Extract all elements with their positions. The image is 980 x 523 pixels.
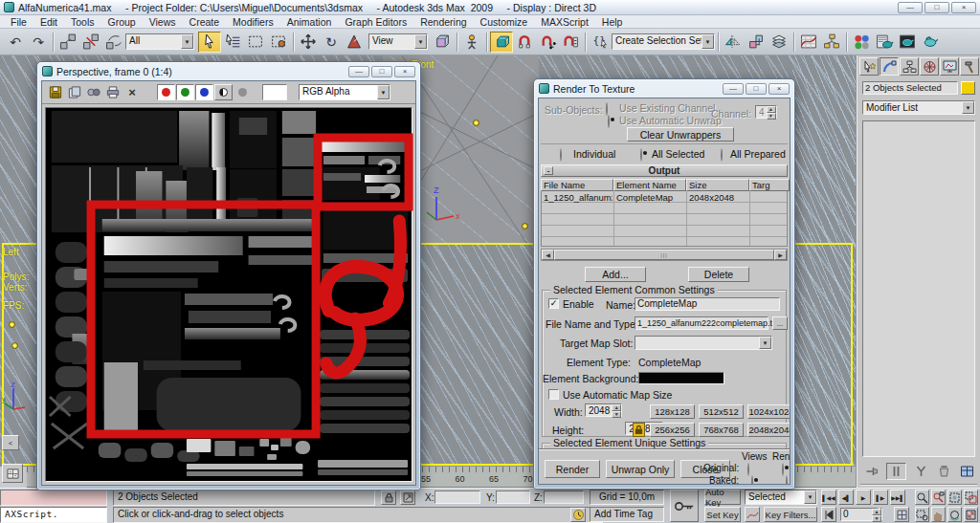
set-key-button[interactable]: Set Key	[704, 507, 741, 522]
alpha-channel-button[interactable]	[234, 84, 252, 100]
omni-light-icon[interactable]	[9, 321, 15, 328]
viewport-label[interactable]: Left	[3, 247, 19, 257]
macro-recorder-pane[interactable]	[0, 490, 107, 506]
minimize-button[interactable]: —	[348, 66, 369, 77]
maximize-button[interactable]: □	[746, 83, 767, 95]
output-column-file-name[interactable]: File Name	[541, 179, 613, 191]
size-preset-2048x2048[interactable]: 2048x2048	[747, 423, 791, 437]
curve-editor-icon[interactable]	[797, 32, 820, 53]
min-max-toggle-icon[interactable]	[964, 507, 978, 522]
output-column-targ[interactable]: Targ	[749, 179, 790, 191]
menu-animation[interactable]: Animation	[280, 16, 339, 28]
previous-frame-button[interactable]: ◀▌	[838, 490, 854, 505]
chevron-down-icon[interactable]: ▼	[181, 34, 193, 49]
output-row-cell[interactable]: 2048x2048	[689, 192, 748, 203]
original-views-radio[interactable]	[747, 463, 749, 476]
spinner-snap-icon[interactable]	[559, 32, 582, 53]
remove-modifier-icon[interactable]	[934, 463, 954, 480]
green-channel-button[interactable]	[176, 84, 194, 100]
select-and-link-icon[interactable]	[56, 32, 79, 53]
lock-aspect-icon[interactable]	[633, 423, 645, 437]
edit-named-selection-sets-icon[interactable]: {}	[589, 32, 612, 53]
output-row-cell[interactable]: CompleteMap	[616, 192, 685, 203]
zoom-extents-icon[interactable]	[947, 490, 962, 505]
snaps-toggle-icon[interactable]	[490, 32, 513, 53]
output-column-size[interactable]: Size	[686, 179, 749, 191]
go-to-start-button[interactable]: ▌◀◀	[821, 490, 836, 505]
unlink-selection-icon[interactable]	[79, 32, 102, 53]
use-automatic-map-size-checkbox[interactable]	[548, 389, 559, 400]
tab-modify[interactable]	[880, 57, 899, 76]
redo-icon[interactable]: ↷	[27, 32, 50, 53]
save-bitmap-icon[interactable]	[46, 83, 65, 102]
monochrome-button[interactable]	[214, 84, 233, 100]
channel-display-icon[interactable]	[84, 83, 103, 102]
default-in-out-tangent-icon[interactable]	[745, 507, 760, 522]
menu-graph-editors[interactable]: Graph Editors	[338, 16, 413, 28]
zoom-extents-all-icon[interactable]	[964, 490, 978, 505]
mini-track-icon[interactable]	[2, 464, 23, 483]
reference-coordinate-combo[interactable]: View▼	[368, 33, 428, 50]
mirror-icon[interactable]	[722, 32, 745, 53]
select-and-manipulate-icon[interactable]	[460, 32, 483, 53]
scroll-right-icon[interactable]: ▶	[774, 250, 787, 260]
selection-lock-icon[interactable]	[381, 490, 396, 505]
object-color-swatch[interactable]	[961, 81, 975, 95]
add-time-tag[interactable]: Add Time Tag	[590, 507, 664, 522]
collapse-icon[interactable]: -	[544, 166, 553, 175]
select-object-icon[interactable]	[198, 32, 221, 53]
menu-help[interactable]: Help	[595, 16, 630, 28]
selection-set-combo[interactable]: Selected▼	[745, 490, 817, 505]
render-window-titlebar[interactable]: Perspective, frame 0 (1:4) — □ ×	[37, 62, 420, 80]
use-automatic-unwrap-radio[interactable]	[608, 115, 610, 128]
channel-mode-combo[interactable]: RGB Alpha▼	[299, 84, 390, 100]
show-end-result-icon[interactable]	[886, 463, 906, 480]
menu-group[interactable]: Group	[101, 16, 143, 28]
name-input[interactable]: CompleteMap	[635, 297, 780, 311]
menu-maxscript[interactable]: MAXScript	[534, 16, 595, 28]
delete-button[interactable]: Delete	[688, 267, 749, 282]
selection-filter-combo[interactable]: All▼	[125, 33, 194, 50]
element-background-swatch[interactable]	[638, 372, 724, 384]
minimize-button[interactable]: —	[723, 83, 744, 95]
channel-spinner[interactable]: 4▲▼	[755, 105, 777, 119]
menu-modifiers[interactable]: Modifiers	[226, 16, 280, 28]
omni-light-icon[interactable]	[473, 120, 479, 126]
layer-manager-icon[interactable]	[768, 32, 791, 53]
zoom-icon[interactable]	[915, 490, 929, 505]
use-pivot-center-icon[interactable]	[431, 32, 454, 53]
all-prepared-radio[interactable]	[721, 148, 723, 162]
output-table-scrollbar[interactable]: ◀ ||| ▶	[541, 249, 788, 261]
tab-hierarchy[interactable]	[900, 57, 919, 76]
scrollbar-thumb[interactable]: |||	[554, 250, 774, 260]
menu-rendering[interactable]: Rendering	[413, 16, 473, 28]
red-channel-button[interactable]	[157, 84, 175, 100]
key-filters-button[interactable]: Key Filters...	[764, 507, 817, 522]
zoom-region-icon[interactable]	[915, 507, 929, 522]
individual-radio[interactable]	[560, 148, 562, 162]
play-button[interactable]: ▶	[856, 490, 871, 505]
quick-render-icon[interactable]	[919, 32, 942, 53]
go-to-end-button[interactable]: ▶▶▌	[890, 490, 905, 505]
maximize-button[interactable]: □	[371, 66, 392, 77]
size-preset-256x256[interactable]: 256x256	[650, 423, 695, 437]
selection-name-field[interactable]: 2 Objects Selected	[862, 81, 958, 95]
bind-to-spacewarp-icon[interactable]	[102, 32, 125, 53]
chevron-down-icon[interactable]: ▼	[962, 101, 974, 114]
menu-customize[interactable]: Customize	[474, 16, 535, 28]
minimize-button[interactable]: —	[898, 2, 923, 13]
omni-light-icon[interactable]	[522, 223, 528, 229]
unwrap-only-button[interactable]: Unwrap Only	[606, 460, 675, 478]
render-setup-icon[interactable]	[873, 32, 896, 53]
absolute-offset-mode-icon[interactable]	[400, 490, 415, 505]
select-and-scale-icon[interactable]	[343, 32, 366, 53]
close-button[interactable]: ×	[768, 83, 790, 95]
angle-snap-icon[interactable]	[513, 32, 536, 53]
output-row-cell[interactable]: 1_1250_alfanum2...	[544, 192, 612, 203]
size-preset-128x128[interactable]: 128x128	[650, 404, 695, 419]
undo-icon[interactable]: ↶	[4, 32, 27, 53]
output-table-body[interactable]: 1_1250_alfanum2...CompleteMap2048x2048	[541, 191, 788, 247]
enable-checkbox[interactable]: ✓	[548, 298, 559, 309]
time-tag-icon[interactable]	[570, 508, 586, 522]
baked-render-radio[interactable]	[786, 475, 788, 485]
